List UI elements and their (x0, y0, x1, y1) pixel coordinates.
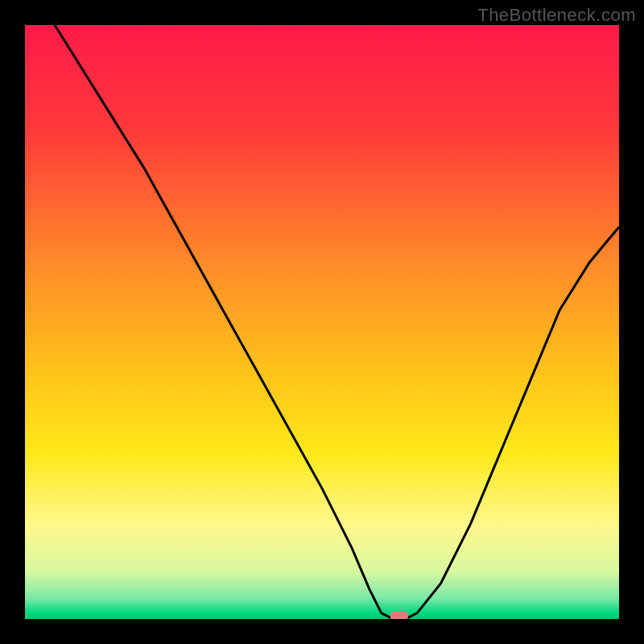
optimal-marker (390, 611, 408, 619)
watermark-text: TheBottleneck.com (477, 5, 636, 26)
chart-background (25, 25, 619, 619)
chart-plot-area (25, 25, 619, 619)
chart-svg (25, 25, 619, 619)
